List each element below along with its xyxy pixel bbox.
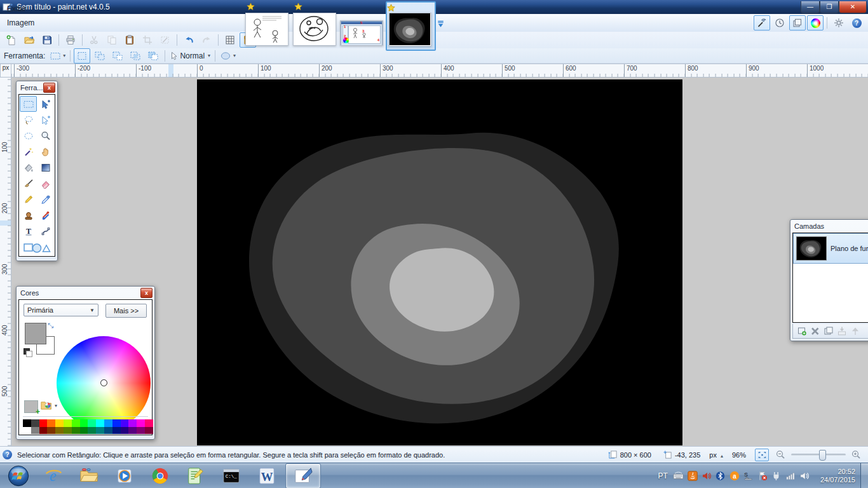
tray-volume-icon[interactable] <box>798 470 810 481</box>
palette-swatch[interactable] <box>64 427 72 435</box>
palette-swatch[interactable] <box>137 419 145 427</box>
color-wheel-selector[interactable] <box>100 379 107 386</box>
palette-swatch[interactable] <box>39 419 48 427</box>
tool-lasso[interactable] <box>20 112 37 128</box>
tool-eraser[interactable] <box>37 175 54 191</box>
zoom-level-value[interactable]: 96% <box>732 451 746 459</box>
palette-swatch[interactable] <box>121 419 129 427</box>
tool-bucket[interactable] <box>20 159 37 175</box>
duplicate-layer-button[interactable] <box>822 325 835 337</box>
palette-menu-button[interactable]: ▾ <box>41 399 57 412</box>
tab-list-chevron-icon[interactable] <box>436 19 445 29</box>
taskbar-cmd-button[interactable]: C:\_ <box>214 464 248 488</box>
language-indicator[interactable]: PT <box>658 471 668 480</box>
palette-swatch[interactable] <box>80 419 88 427</box>
more-button[interactable]: Mais >> <box>105 304 147 318</box>
canvas-image[interactable] <box>197 79 682 445</box>
tray-power-icon[interactable] <box>770 470 782 481</box>
tool-clone-stamp[interactable] <box>20 207 37 223</box>
palette-swatch[interactable] <box>72 427 80 435</box>
palette-swatch[interactable] <box>88 419 96 427</box>
selection-quality-dropdown[interactable]: ▾ <box>219 48 237 64</box>
palette-swatch[interactable] <box>23 427 31 435</box>
palette-swatch[interactable] <box>112 427 121 435</box>
add-layer-button[interactable] <box>795 325 808 337</box>
tray-java-icon[interactable] <box>686 470 698 481</box>
selection-mode-subtract[interactable] <box>109 48 126 64</box>
tray-action-center-icon[interactable] <box>756 470 768 481</box>
tray-volume-mixer-icon[interactable] <box>700 470 712 481</box>
tray-keyboard-icon[interactable] <box>672 470 684 481</box>
tool-shapes[interactable] <box>20 239 54 255</box>
image-tab-4[interactable] <box>389 13 431 46</box>
palette-swatch[interactable] <box>112 419 121 427</box>
palette-swatch[interactable] <box>23 419 31 427</box>
minimize-button[interactable]: — <box>801 1 820 13</box>
menu-exibir[interactable]: Exibir <box>0 2 46 16</box>
palette-swatch[interactable] <box>88 427 96 435</box>
tool-line-curve[interactable] <box>37 223 54 239</box>
tool-recolor[interactable] <box>37 207 54 223</box>
tray-avast-icon[interactable]: a <box>728 470 740 481</box>
tool-rect-select[interactable] <box>20 96 37 112</box>
palette-swatch[interactable] <box>128 427 137 435</box>
taskbar-clock[interactable]: 20:52 24/07/2015 <box>820 468 855 484</box>
tool-brush[interactable] <box>20 175 37 191</box>
palette-swatch[interactable] <box>96 419 104 427</box>
tool-eyedropper[interactable] <box>37 191 54 207</box>
delete-layer-button[interactable] <box>808 325 822 337</box>
color-target-dropdown[interactable]: Primária ▼ <box>24 304 98 316</box>
palette-swatch[interactable] <box>104 419 112 427</box>
selection-mode-invert[interactable] <box>145 48 161 64</box>
active-tool-dropdown[interactable]: ▾ <box>48 48 67 64</box>
tool-pencil[interactable] <box>20 191 37 207</box>
layers-window-titlebar[interactable]: Camadas <box>790 220 868 233</box>
palette-swatch[interactable] <box>55 419 64 427</box>
palette-swatch[interactable] <box>96 427 104 435</box>
close-icon[interactable]: x <box>140 288 153 298</box>
tool-text[interactable]: T <box>20 223 37 239</box>
tools-window-titlebar[interactable]: Ferra... x <box>17 81 57 94</box>
close-button[interactable]: ✕ <box>839 1 867 13</box>
palette-swatch[interactable] <box>47 427 55 435</box>
selection-mode-add[interactable] <box>92 48 108 64</box>
menu-imagem[interactable]: Imagem <box>0 16 46 30</box>
history-window-toggle[interactable] <box>771 15 788 30</box>
image-tab-3[interactable]: 12345 <box>340 20 383 46</box>
taskbar-word-button[interactable]: W <box>250 464 284 488</box>
taskbar-explorer-button[interactable] <box>72 464 106 488</box>
palette-swatch[interactable] <box>104 427 112 435</box>
palette-swatch[interactable] <box>121 427 129 435</box>
unit-dropdown[interactable]: px ▴ <box>709 451 723 459</box>
grid-button[interactable] <box>222 32 238 48</box>
palette-swatch[interactable] <box>47 419 55 427</box>
tools-window-toggle[interactable] <box>754 15 770 30</box>
taskbar-ie-button[interactable]: e <box>36 464 71 488</box>
taskbar-paintnet-button[interactable] <box>285 463 321 488</box>
colors-window-titlebar[interactable]: Cores x <box>17 287 154 299</box>
restore-button[interactable]: ❐ <box>820 1 839 13</box>
tool-pan[interactable] <box>37 144 54 159</box>
zoom-to-window-button[interactable] <box>755 449 769 461</box>
palette-swatch[interactable] <box>64 419 72 427</box>
close-icon[interactable]: x <box>43 83 55 93</box>
palette-swatch[interactable] <box>145 419 153 427</box>
tool-move-selection[interactable] <box>37 112 54 128</box>
help-window-toggle[interactable]: ? <box>848 15 865 30</box>
zoom-out-icon[interactable] <box>775 450 786 460</box>
image-tab-2[interactable] <box>293 13 336 46</box>
sampling-mode-dropdown[interactable]: Normal▾ <box>168 48 212 64</box>
palette-swatch[interactable] <box>39 427 48 435</box>
tool-gradient[interactable] <box>37 159 54 175</box>
palette-swatch[interactable] <box>31 427 39 435</box>
tool-ellipse-select[interactable] <box>20 128 37 144</box>
taskbar-start-orb[interactable] <box>2 464 35 488</box>
add-color-button[interactable] <box>24 400 38 413</box>
selection-mode-replace[interactable] <box>74 48 90 64</box>
default-colors-swatch[interactable] <box>24 348 32 357</box>
palette-swatch[interactable] <box>145 427 153 435</box>
palette-swatch[interactable] <box>72 419 80 427</box>
palette-swatch[interactable] <box>128 419 137 427</box>
print-button[interactable] <box>62 32 79 48</box>
layers-window-toggle[interactable] <box>789 15 806 30</box>
